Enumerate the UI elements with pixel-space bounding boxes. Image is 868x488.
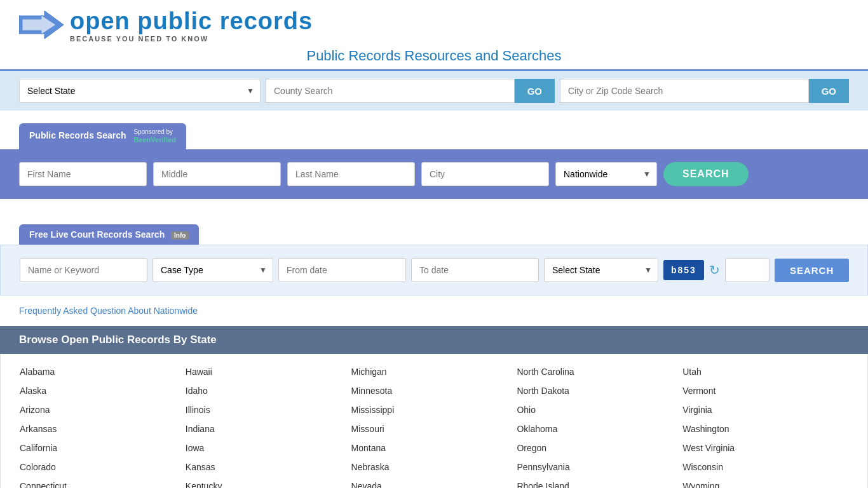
faq-link[interactable]: Frequently Asked Question About Nationwi… — [19, 306, 198, 316]
state-link[interactable]: West Virginia — [682, 440, 848, 456]
state-link[interactable]: Rhode Island — [517, 478, 682, 488]
state-link[interactable]: Arizona — [20, 402, 186, 417]
state-link[interactable]: Wisconsin — [682, 459, 848, 475]
state-link[interactable]: Mississippi — [351, 402, 517, 417]
state-cell[interactable]: Indiana — [186, 421, 351, 437]
county-search-input[interactable] — [266, 79, 515, 103]
state-link[interactable]: Iowa — [186, 440, 351, 456]
state-cell[interactable]: Idaho — [186, 383, 351, 398]
court-state-select[interactable]: Select State AlabamaAlaskaArizona Arkans… — [544, 258, 658, 282]
state-cell[interactable]: Pennsylvania — [517, 459, 682, 475]
state-link[interactable]: Colorado — [20, 459, 186, 475]
state-cell[interactable]: Utah — [682, 364, 848, 379]
nationwide-select[interactable]: Nationwide AlabamaAlaskaArizona Arkansas… — [555, 162, 657, 186]
state-link[interactable]: Nebraska — [351, 459, 517, 475]
state-cell[interactable]: Arkansas — [20, 421, 186, 437]
state-link[interactable]: Vermont — [682, 383, 848, 398]
state-cell[interactable]: Colorado — [20, 459, 186, 475]
to-date-input[interactable] — [411, 258, 539, 282]
state-link[interactable]: Nevada — [351, 478, 517, 488]
state-cell[interactable]: Alabama — [20, 364, 186, 379]
state-cell[interactable]: Nevada — [351, 478, 517, 488]
state-cell[interactable]: Kentucky — [186, 478, 351, 488]
state-link[interactable]: Oklahoma — [517, 421, 682, 437]
court-search-button[interactable]: SEARCH — [775, 259, 849, 282]
first-name-input[interactable] — [19, 162, 147, 186]
keyword-input[interactable] — [20, 258, 147, 282]
state-link[interactable]: Ohio — [517, 402, 682, 417]
state-link[interactable]: California — [20, 440, 186, 456]
captcha-input[interactable] — [725, 258, 770, 282]
court-tab-label: Free Live Court Records Search — [29, 229, 165, 240]
state-link[interactable]: North Dakota — [517, 383, 682, 398]
state-cell[interactable]: West Virginia — [682, 440, 848, 456]
state-link[interactable]: Kentucky — [186, 478, 351, 488]
state-link[interactable]: Illinois — [186, 402, 351, 417]
court-state-wrapper: Select State AlabamaAlaskaArizona Arkans… — [544, 258, 658, 282]
state-cell[interactable]: North Carolina — [517, 364, 682, 379]
captcha-refresh-icon[interactable]: ↻ — [709, 262, 720, 278]
info-badge: Info — [171, 231, 189, 240]
state-link[interactable]: Indiana — [186, 421, 351, 437]
state-link[interactable]: Idaho — [186, 383, 351, 398]
state-select[interactable]: Select State AlabamaAlaskaArizona Arkans… — [19, 79, 261, 103]
state-cell[interactable]: North Dakota — [517, 383, 682, 398]
state-cell[interactable]: Kansas — [186, 459, 351, 475]
state-link[interactable]: Wyoming — [682, 478, 848, 488]
state-cell[interactable]: Illinois — [186, 402, 351, 417]
state-link[interactable]: Utah — [682, 364, 848, 379]
state-cell[interactable]: Iowa — [186, 440, 351, 456]
last-name-input[interactable] — [287, 162, 415, 186]
city-go-button[interactable]: GO — [809, 79, 849, 103]
state-link[interactable]: Missouri — [351, 421, 517, 437]
public-records-tab: Public Records Search Sponsored by BeenV… — [19, 123, 186, 149]
state-link[interactable]: Arkansas — [20, 421, 186, 437]
state-cell[interactable]: Arizona — [20, 402, 186, 417]
state-cell[interactable]: Wisconsin — [682, 459, 848, 475]
state-cell[interactable]: Vermont — [682, 383, 848, 398]
state-link[interactable]: Alaska — [20, 383, 186, 398]
case-type-select[interactable]: Case Type Civil Criminal Traffic Family … — [153, 258, 273, 282]
state-cell[interactable]: Missouri — [351, 421, 517, 437]
page-header: open public records BECAUSE YOU NEED TO … — [0, 0, 868, 71]
state-cell[interactable]: Oregon — [517, 440, 682, 456]
from-date-input[interactable] — [278, 258, 406, 282]
state-cell[interactable]: Alaska — [20, 383, 186, 398]
state-cell[interactable]: California — [20, 440, 186, 456]
state-link[interactable]: Hawaii — [186, 364, 351, 379]
state-link[interactable]: Washington — [682, 421, 848, 437]
state-cell[interactable]: Minnesota — [351, 383, 517, 398]
state-cell[interactable]: Washington — [682, 421, 848, 437]
state-cell[interactable]: Oklahoma — [517, 421, 682, 437]
state-cell[interactable]: Connecticut — [20, 478, 186, 488]
state-link[interactable]: Virginia — [682, 402, 848, 417]
browse-header: Browse Open Public Records By State — [0, 326, 868, 354]
state-link[interactable]: Oregon — [517, 440, 682, 456]
middle-name-input[interactable] — [153, 162, 281, 186]
state-cell[interactable]: Mississippi — [351, 402, 517, 417]
state-link[interactable]: North Carolina — [517, 364, 682, 379]
state-cell[interactable]: Montana — [351, 440, 517, 456]
state-link[interactable]: Michigan — [351, 364, 517, 379]
captcha-display: b853 — [663, 260, 704, 280]
state-link[interactable]: Minnesota — [351, 383, 517, 398]
top-search-bar: Select State AlabamaAlaskaArizona Arkans… — [0, 71, 868, 111]
state-link[interactable]: Kansas — [186, 459, 351, 475]
state-cell[interactable]: Wyoming — [682, 478, 848, 488]
state-link[interactable]: Pennsylvania — [517, 459, 682, 475]
state-link[interactable]: Connecticut — [20, 478, 186, 488]
county-go-button[interactable]: GO — [515, 79, 555, 103]
court-records-tab: Free Live Court Records Search Info — [19, 224, 199, 245]
state-cell[interactable]: Virginia — [682, 402, 848, 417]
state-cell[interactable]: Rhode Island — [517, 478, 682, 488]
city-search-input[interactable] — [560, 79, 809, 103]
state-cell[interactable]: Hawaii — [186, 364, 351, 379]
city-input[interactable] — [421, 162, 549, 186]
state-cell[interactable]: Ohio — [517, 402, 682, 417]
state-link[interactable]: Montana — [351, 440, 517, 456]
logo-subtitle: BECAUSE YOU NEED TO KNOW — [70, 35, 313, 43]
state-link[interactable]: Alabama — [20, 364, 186, 379]
public-records-search-button[interactable]: SEARCH — [663, 162, 749, 186]
state-cell[interactable]: Michigan — [351, 364, 517, 379]
state-cell[interactable]: Nebraska — [351, 459, 517, 475]
